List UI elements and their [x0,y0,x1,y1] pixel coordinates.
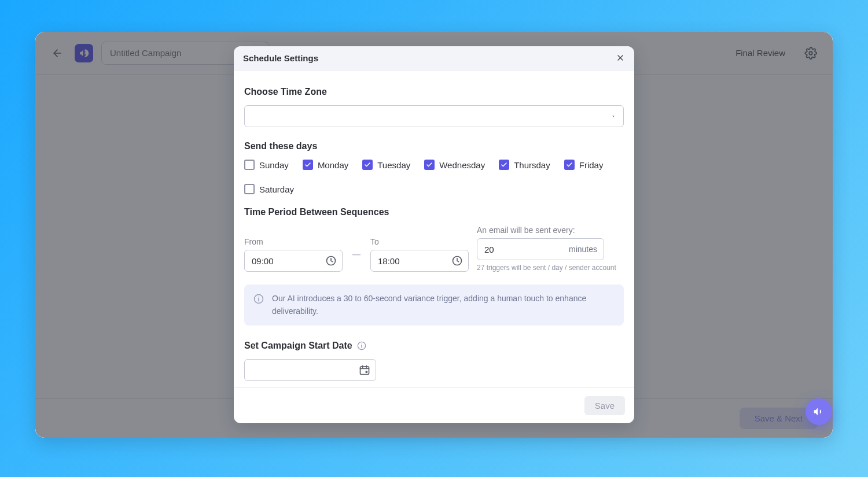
clock-icon [451,255,463,267]
modal-title: Schedule Settings [243,53,318,63]
info-icon [253,294,264,304]
from-label: From [244,237,343,246]
interval-label: An email will be sent every: [477,225,624,235]
ai-info-text: Our AI introduces a 30 to 60-second vari… [272,293,615,317]
chevron-down-icon [610,113,616,119]
svg-rect-12 [361,367,369,375]
time-period-label: Time Period Between Sequences [244,207,624,217]
info-icon [357,341,366,350]
day-saturday[interactable]: Saturday [244,184,294,194]
help-fab[interactable] [806,398,832,425]
check-icon [501,161,507,168]
start-date-input[interactable] [244,359,376,381]
svg-point-8 [258,297,259,298]
ai-info-box: Our AI introduces a 30 to 60-second vari… [244,284,624,326]
svg-rect-16 [366,371,367,373]
start-date-label: Set Campaign Start Date [244,341,352,351]
checkbox[interactable] [362,160,373,170]
modal-body: Choose Time Zone Send these days SundayM… [234,71,634,387]
check-icon [364,161,371,168]
modal-header: Schedule Settings [234,46,634,71]
clock-icon [325,255,337,267]
interval-unit: minutes [569,245,597,254]
close-icon [616,53,625,62]
day-label: Tuesday [377,160,410,170]
schedule-settings-modal: Schedule Settings Choose Time Zone Send … [234,46,634,423]
day-label: Saturday [259,184,294,194]
day-label: Thursday [514,160,550,170]
check-icon [304,161,311,168]
day-label: Monday [318,160,348,170]
day-thursday[interactable]: Thursday [499,160,550,170]
day-label: Wednesday [439,160,485,170]
day-label: Sunday [259,160,289,170]
time-range-separator: — [351,238,362,259]
send-days-label: Send these days [244,141,624,151]
close-button[interactable] [616,53,625,64]
calendar-icon [359,364,370,376]
checkbox[interactable] [424,160,435,170]
checkbox[interactable] [244,184,255,194]
day-sunday[interactable]: Sunday [244,160,289,170]
check-icon [426,161,433,168]
days-row: SundayMondayTuesdayWednesdayThursdayFrid… [244,160,624,194]
checkbox[interactable] [564,160,575,170]
time-period-row: From — To An email will be sent every: [244,225,624,272]
day-tuesday[interactable]: Tuesday [362,160,410,170]
day-label: Friday [579,160,604,170]
megaphone-icon [812,405,825,418]
to-label: To [370,237,469,246]
time-zone-label: Choose Time Zone [244,87,624,97]
time-zone-select[interactable] [244,105,624,127]
stage: Final Review Save & Next Schedule Settin… [0,0,868,477]
day-friday[interactable]: Friday [564,160,604,170]
day-monday[interactable]: Monday [303,160,348,170]
save-button[interactable]: Save [584,396,625,415]
interval-helper: 27 triggers will be sent / day / sender … [477,264,624,272]
checkbox[interactable] [244,160,255,170]
start-date-heading: Set Campaign Start Date [244,341,624,351]
checkbox[interactable] [303,160,313,170]
check-icon [566,161,573,168]
checkbox[interactable] [499,160,509,170]
svg-point-11 [361,344,362,345]
modal-footer: Save [234,387,634,423]
day-wednesday[interactable]: Wednesday [424,160,485,170]
